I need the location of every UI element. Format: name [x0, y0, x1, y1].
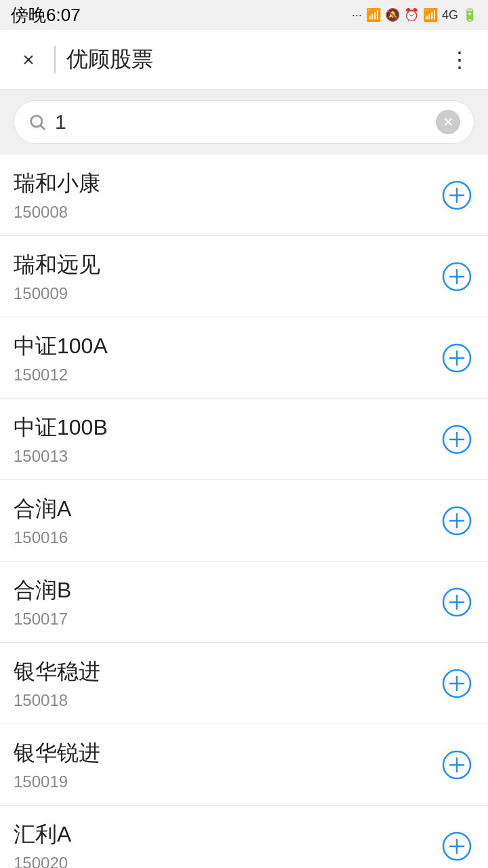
list-item: 瑞和远见 150009 — [0, 236, 488, 317]
wifi-icon: 📶 — [423, 7, 438, 22]
stock-name: 中证100A — [14, 332, 439, 361]
stock-code: 150018 — [14, 691, 439, 710]
sim-icon: 📶 — [366, 7, 381, 22]
more-icon: ⋮ — [449, 47, 470, 73]
signal-icon: ··· — [352, 8, 362, 22]
battery-icon: 🔋 — [462, 7, 477, 22]
list-item-info: 银华锐进 150019 — [14, 738, 439, 791]
list-item: 汇利A 150020 — [0, 806, 488, 868]
add-stock-button[interactable] — [439, 259, 474, 294]
list-item-info: 银华稳进 150018 — [14, 657, 439, 710]
stock-name: 合润B — [14, 576, 439, 606]
list-item: 中证100B 150013 — [0, 399, 488, 480]
top-bar: × 优顾股票 ⋮ — [0, 30, 488, 90]
add-stock-button[interactable] — [439, 666, 474, 701]
list-item: 银华稳进 150018 — [0, 643, 488, 724]
add-stock-button[interactable] — [439, 829, 474, 864]
list-item: 合润A 150016 — [0, 480, 488, 561]
close-button[interactable]: × — [14, 45, 43, 75]
list-item-info: 中证100A 150012 — [14, 332, 439, 384]
stock-name: 合润A — [14, 494, 439, 524]
svg-line-1 — [41, 125, 44, 129]
status-icons: ··· 📶 🔕 ⏰ 📶 4G 🔋 — [352, 7, 477, 22]
search-icon — [28, 113, 47, 132]
network-icon: 4G — [442, 8, 458, 22]
stock-code: 150020 — [14, 854, 439, 869]
add-stock-button[interactable] — [439, 340, 474, 376]
list-item-info: 瑞和远见 150009 — [14, 250, 439, 303]
stock-name: 汇利A — [14, 820, 439, 850]
stock-name: 瑞和远见 — [14, 250, 439, 280]
status-bar: 傍晚6:07 ··· 📶 🔕 ⏰ 📶 4G 🔋 — [0, 0, 488, 30]
stock-name: 银华稳进 — [14, 657, 439, 687]
more-button[interactable]: ⋮ — [445, 45, 474, 75]
list-item-info: 中证100B 150013 — [14, 413, 439, 466]
list-item-info: 瑞和小康 150008 — [14, 169, 439, 222]
vertical-divider — [54, 46, 56, 73]
search-bar: ✕ — [0, 90, 488, 155]
stock-code: 150013 — [14, 447, 439, 466]
stock-list: 瑞和小康 150008 瑞和远见 150009 中证100A 150012 — [0, 155, 488, 868]
add-stock-button[interactable] — [439, 178, 474, 213]
stock-code: 150012 — [14, 366, 439, 384]
stock-code: 150009 — [14, 284, 439, 303]
mute-icon: 🔕 — [385, 7, 400, 22]
list-item-info: 合润A 150016 — [14, 494, 439, 547]
status-time: 傍晚6:07 — [11, 3, 81, 27]
alarm-icon: ⏰ — [404, 7, 419, 22]
search-input-wrap: ✕ — [14, 100, 474, 144]
stock-name: 银华锐进 — [14, 738, 439, 768]
clear-icon: ✕ — [443, 114, 454, 130]
stock-name: 中证100B — [14, 413, 439, 443]
search-input[interactable] — [55, 111, 436, 134]
list-item: 瑞和小康 150008 — [0, 155, 488, 236]
close-icon: × — [22, 48, 35, 71]
add-stock-button[interactable] — [439, 503, 474, 538]
list-item: 合润B 150017 — [0, 561, 488, 643]
stock-name: 瑞和小康 — [14, 169, 439, 199]
list-item: 银华锐进 150019 — [0, 724, 488, 806]
stock-code: 150008 — [14, 203, 439, 222]
list-item-info: 合润B 150017 — [14, 576, 439, 629]
add-stock-button[interactable] — [439, 422, 474, 457]
stock-code: 150017 — [14, 610, 439, 629]
clear-button[interactable]: ✕ — [436, 110, 460, 134]
list-item-info: 汇利A 150020 — [14, 820, 439, 869]
add-stock-button[interactable] — [439, 747, 474, 783]
stock-code: 150019 — [14, 772, 439, 791]
add-stock-button[interactable] — [439, 585, 474, 620]
page-title: 优顾股票 — [66, 45, 445, 75]
list-item: 中证100A 150012 — [0, 317, 488, 399]
stock-code: 150016 — [14, 528, 439, 547]
